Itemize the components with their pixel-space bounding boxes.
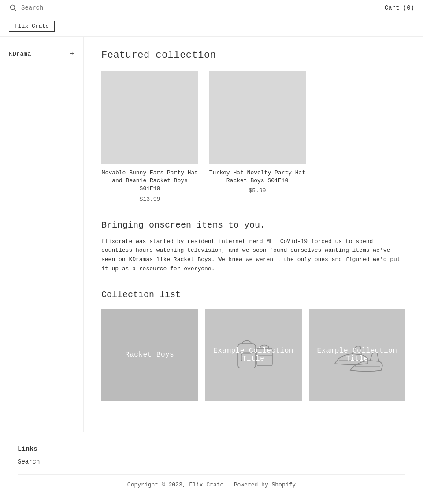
collection-card-label: Example Collection Title (309, 347, 405, 363)
svg-point-0 (11, 5, 15, 10)
product-price: $13.99 (101, 196, 198, 202)
collection-card-label: Racket Boys (125, 351, 174, 359)
main-layout: KDrama + Featured collection Movable Bun… (0, 37, 423, 432)
collection-list-title: Collection list (101, 290, 405, 300)
product-card[interactable]: Movable Bunny Ears Party Hat and Beanie … (101, 71, 198, 202)
products-grid: Movable Bunny Ears Party Hat and Beanie … (101, 71, 405, 202)
product-image (101, 71, 198, 164)
svg-line-1 (15, 9, 16, 11)
collection-card-example-2[interactable]: Example Collection Title (309, 309, 405, 401)
footer: Links Search Copyright © 2023, Flix Crat… (0, 432, 423, 501)
product-card[interactable]: Turkey Hat Novelty Party Hat Racket Boys… (209, 71, 306, 202)
sidebar-item-kdrama[interactable]: KDrama + (0, 45, 83, 63)
plus-icon: + (70, 50, 74, 59)
footer-divider (18, 474, 405, 475)
about-title: Bringing onscreen items to you. (101, 220, 405, 230)
footer-links-title: Links (18, 445, 405, 453)
collection-card-label: Example Collection Title (205, 347, 301, 363)
collection-card-racket-boys[interactable]: Racket Boys (101, 309, 198, 401)
footer-search-link[interactable]: Search (18, 458, 405, 465)
sidebar: KDrama + (0, 37, 84, 432)
product-title: Turkey Hat Novelty Party Hat Racket Boys… (209, 169, 306, 185)
collection-grid: Racket Boys (101, 309, 405, 401)
collection-card-example-1[interactable]: Example Collection Title (205, 309, 301, 401)
featured-collection-title: Featured collection (101, 50, 405, 61)
search-icon (9, 4, 18, 12)
footer-links-section: Links Search (18, 445, 405, 465)
search-input[interactable] (21, 4, 385, 11)
footer-copyright: Copyright © 2023, Flix Crate . Powered b… (18, 482, 405, 488)
brand-bar: Flix Crate (0, 16, 423, 37)
product-image (209, 71, 306, 164)
main-content: Featured collection Movable Bunny Ears P… (84, 37, 423, 432)
sidebar-item-label: KDrama (9, 51, 31, 58)
cart-link[interactable]: Cart (0) (385, 4, 414, 11)
product-title: Movable Bunny Ears Party Hat and Beanie … (101, 169, 198, 193)
product-price: $5.99 (209, 188, 306, 194)
about-text: flixcrate was started by resident intern… (101, 237, 405, 274)
header: Cart (0) (0, 0, 423, 16)
brand-tag[interactable]: Flix Crate (9, 21, 55, 32)
